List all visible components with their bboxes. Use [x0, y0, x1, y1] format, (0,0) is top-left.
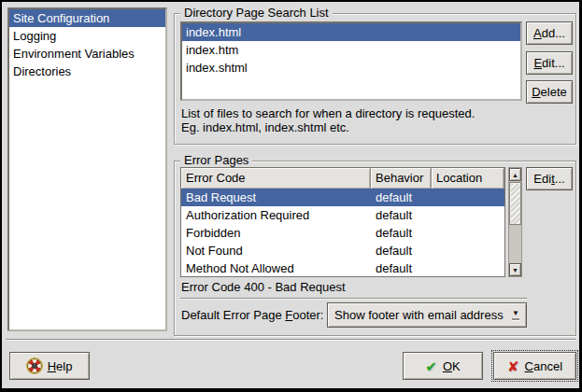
- scroll-down-button[interactable]: ▼: [509, 263, 521, 276]
- cell-location: [432, 224, 504, 242]
- down-arrow-icon: ▼: [512, 267, 518, 273]
- http-config-dialog: Site ConfigurationLoggingEnvironment Var…: [2, 2, 579, 388]
- error-code-status: Error Code 400 - Bad Request: [181, 280, 346, 294]
- column-header-location[interactable]: Location: [432, 168, 504, 189]
- caption-line-1: List of files to search for when a direc…: [181, 106, 475, 120]
- scroll-up-button[interactable]: ▲: [509, 168, 521, 181]
- directory-file-list[interactable]: index.htmlindex.htmindex.shtml: [180, 21, 522, 101]
- delete-button-label: Delete: [532, 85, 567, 99]
- caption-line-2: Eg. index.html, index.shtml etc.: [181, 120, 475, 134]
- error-pages-table-header: Error Code Behavior Location: [181, 168, 504, 189]
- ok-button-label: OK: [443, 359, 461, 373]
- cell-behavior: default: [371, 206, 432, 224]
- help-button-label: Help: [48, 359, 73, 373]
- column-header-error-code[interactable]: Error Code: [181, 168, 371, 189]
- footer-dropdown-value: Show footer with email address: [328, 308, 505, 322]
- category-list[interactable]: Site ConfigurationLoggingEnvironment Var…: [7, 7, 167, 331]
- error-page-row[interactable]: Authorization Requireddefault: [181, 206, 504, 224]
- scrollbar-thumb[interactable]: [509, 182, 521, 225]
- error-pages-table-body: Bad RequestdefaultAuthorization Required…: [181, 189, 504, 277]
- directory-search-frame-title: Directory Page Search List: [180, 6, 333, 20]
- error-page-row[interactable]: Method Not Alloweddefault: [181, 259, 504, 277]
- delete-button[interactable]: Delete: [526, 80, 573, 104]
- cell-error-code: Authorization Required: [181, 206, 371, 224]
- cell-location: [432, 242, 504, 259]
- category-item[interactable]: Site Configuration: [9, 9, 165, 27]
- footer-label: Default Error Page Footer:: [181, 308, 323, 322]
- file-list-item[interactable]: index.html: [182, 23, 520, 41]
- cell-error-code: Bad Request: [181, 189, 371, 206]
- cancel-button-focus-ring: ✘ Cancel: [491, 350, 578, 382]
- footer-dropdown[interactable]: Show footer with email address ▼: [327, 302, 527, 328]
- category-item[interactable]: Environment Variables: [9, 45, 165, 63]
- file-list-item[interactable]: index.shtml: [182, 59, 520, 77]
- cell-location: [432, 259, 504, 277]
- error-pages-frame-title: Error Pages: [180, 153, 252, 167]
- dropdown-arrow-icon: ▼: [505, 310, 526, 320]
- dropdown-arrow-glyph: ▼: [512, 310, 519, 317]
- cell-error-code: Method Not Allowed: [181, 259, 371, 277]
- add-button[interactable]: Add...: [526, 21, 573, 45]
- footer-separator: [180, 298, 527, 300]
- dropdown-arrow-bar: [512, 318, 519, 320]
- directory-search-caption: List of files to search for when a direc…: [181, 106, 475, 134]
- cell-behavior: default: [371, 224, 432, 242]
- cell-behavior: default: [371, 259, 432, 277]
- error-edit-button-label: Edit...: [533, 172, 564, 186]
- cell-error-code: Forbidden: [181, 224, 371, 242]
- error-page-row[interactable]: Not Founddefault: [181, 242, 504, 259]
- action-area-separator: [6, 339, 575, 341]
- cancel-button-label: Cancel: [525, 359, 562, 373]
- category-item[interactable]: Logging: [9, 27, 165, 45]
- error-page-row[interactable]: Forbiddendefault: [181, 224, 504, 242]
- error-pages-scrollbar[interactable]: ▲ ▼: [508, 167, 522, 277]
- error-page-row[interactable]: Bad Requestdefault: [181, 189, 504, 206]
- cancel-x-icon: ✘: [507, 359, 519, 373]
- ok-check-icon: ✔: [425, 359, 437, 373]
- ok-button[interactable]: ✔ OK: [403, 352, 483, 380]
- cell-behavior: default: [371, 189, 432, 206]
- add-button-label: Add...: [533, 26, 565, 40]
- column-header-behavior[interactable]: Behavior: [371, 168, 432, 189]
- error-pages-table[interactable]: Error Code Behavior Location Bad Request…: [180, 167, 505, 277]
- help-lifebuoy-icon: [27, 358, 42, 373]
- up-arrow-icon: ▲: [512, 172, 518, 178]
- cell-behavior: default: [371, 242, 432, 259]
- edit-button[interactable]: Edit...: [526, 51, 573, 75]
- file-list-item[interactable]: index.htm: [182, 41, 520, 59]
- edit-button-label: Edit...: [533, 56, 564, 70]
- error-edit-button[interactable]: Edit...: [526, 167, 573, 190]
- category-item[interactable]: Directories: [9, 63, 165, 80]
- error-pages-frame: Error Pages Error Code Behavior Location…: [174, 161, 576, 336]
- directory-search-frame: Directory Page Search List index.htmlind…: [174, 13, 576, 145]
- cell-location: [432, 189, 504, 206]
- cell-error-code: Not Found: [181, 242, 371, 259]
- help-button[interactable]: Help: [9, 352, 90, 380]
- cell-location: [432, 206, 504, 224]
- cancel-button[interactable]: ✘ Cancel: [493, 352, 576, 380]
